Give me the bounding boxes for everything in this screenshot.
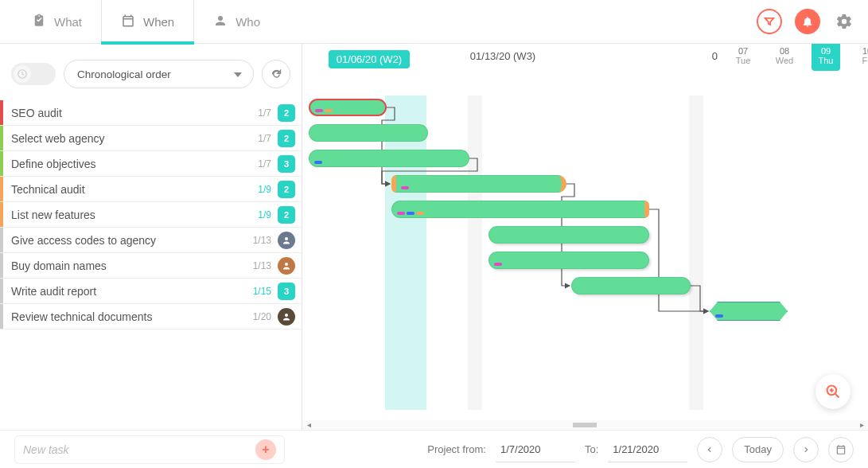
day-header: 09Thu <box>805 44 847 74</box>
assignee-avatar <box>278 257 295 275</box>
gantt-row <box>302 248 868 274</box>
bar-marker <box>314 161 322 164</box>
settings-button[interactable] <box>833 10 855 33</box>
task-row[interactable]: Define objectives1/73 <box>0 151 302 177</box>
project-to-input[interactable]: 1/21/2020 <box>608 437 687 462</box>
project-to-label: To: <box>585 443 598 455</box>
tab-who[interactable]: Who <box>194 0 279 44</box>
gantt-row <box>302 197 868 223</box>
day-header: 10Fri <box>847 44 868 74</box>
scroll-left-icon[interactable]: ◂ <box>304 420 313 430</box>
task-name: Give access codes to agency <box>3 234 251 247</box>
new-task-placeholder: New task <box>23 443 69 456</box>
bar-marker <box>494 263 502 266</box>
task-name: Technical audit <box>3 183 251 196</box>
task-row[interactable]: Buy domain names1/13 <box>0 253 302 279</box>
today-button[interactable]: Today <box>732 437 784 462</box>
task-name: Define objectives <box>3 158 251 170</box>
task-row[interactable]: Review technical documents1/20 <box>0 304 302 330</box>
bar-marker <box>401 186 409 189</box>
project-from-input[interactable]: 1/7/2020 <box>496 437 575 462</box>
task-list: SEO audit1/72Select web agency1/72Define… <box>0 100 302 430</box>
gantt-row <box>302 172 868 197</box>
scroll-right-icon[interactable]: ▸ <box>857 420 866 430</box>
topbar: What When Who <box>0 0 868 44</box>
gantt-bar[interactable] <box>391 175 566 193</box>
filter-button[interactable] <box>757 9 782 34</box>
gantt-bar[interactable] <box>710 302 788 321</box>
task-date: 1/13 <box>251 260 271 271</box>
task-row[interactable]: Give access codes to agency1/13 <box>0 228 302 253</box>
gantt-bar[interactable] <box>488 226 649 244</box>
task-count-badge: 2 <box>278 130 295 147</box>
project-from-label: Project from: <box>427 443 486 455</box>
gantt-row <box>302 121 868 146</box>
gantt-bar[interactable] <box>571 277 691 294</box>
sort-label: Chronological order <box>77 68 171 80</box>
tab-label: What <box>54 15 82 29</box>
calendar-icon <box>121 14 135 30</box>
task-date: 1/7 <box>251 158 271 170</box>
gantt-row <box>302 274 868 299</box>
gantt-row <box>302 299 868 325</box>
tab-label: When <box>143 15 174 29</box>
gantt-row <box>302 96 868 121</box>
task-row[interactable]: Select web agency1/72 <box>0 126 302 151</box>
bar-marker <box>397 212 405 215</box>
bar-marker <box>715 314 723 318</box>
task-count-badge: 2 <box>278 104 295 122</box>
prev-button[interactable] <box>697 437 722 462</box>
zoom-button[interactable] <box>815 374 850 409</box>
tab-label: Who <box>235 15 260 29</box>
task-name: Review technical documents <box>3 310 251 323</box>
gantt-bar[interactable] <box>391 201 649 218</box>
gantt-bar[interactable] <box>309 150 469 167</box>
task-row[interactable]: Technical audit1/92 <box>0 177 302 202</box>
gantt-row <box>302 223 868 248</box>
task-row[interactable]: SEO audit1/72 <box>0 100 302 126</box>
assignee-avatar <box>278 308 295 326</box>
task-date: 1/13 <box>251 235 271 246</box>
assignee-avatar <box>278 232 295 249</box>
horizontal-scrollbar[interactable]: ◂ ▸ <box>302 420 868 430</box>
week-label: 01/13/20 (W3) <box>470 50 535 62</box>
task-date: 1/7 <box>251 107 271 119</box>
week-label: 01/06/20 (W2) <box>329 50 410 68</box>
refresh-button[interactable] <box>262 60 290 88</box>
new-task-input[interactable]: New task + <box>14 435 285 464</box>
svg-point-4 <box>285 314 288 317</box>
gantt-bar[interactable] <box>309 124 428 142</box>
notifications-button[interactable] <box>795 9 820 34</box>
date-picker-button[interactable] <box>828 437 854 462</box>
gantt-bar[interactable] <box>488 252 649 269</box>
gantt-bar[interactable] <box>309 99 387 116</box>
add-task-button[interactable]: + <box>255 439 276 460</box>
bar-marker <box>315 109 323 112</box>
next-button[interactable] <box>793 437 819 462</box>
tab-when[interactable]: When <box>101 0 194 44</box>
task-date: 1/20 <box>251 311 271 322</box>
task-row[interactable]: Write audit report1/153 <box>0 279 302 304</box>
task-name: Buy domain names <box>3 259 251 272</box>
gantt-row <box>302 146 868 172</box>
task-sidebar: Chronological order SEO audit1/72Select … <box>0 44 302 430</box>
gantt-chart: 01/06/20 (W2)01/13/20 (W3)007Tue08Wed09T… <box>302 44 868 430</box>
tab-what[interactable]: What <box>13 0 101 44</box>
bar-marker <box>325 109 333 112</box>
svg-point-2 <box>285 237 288 240</box>
task-name: SEO audit <box>3 107 251 119</box>
task-row[interactable]: List new features1/92 <box>0 202 302 228</box>
day-header: 07Tue <box>722 44 764 74</box>
scroll-thumb[interactable] <box>573 423 597 427</box>
sort-dropdown[interactable]: Chronological order <box>64 60 254 88</box>
clipboard-icon <box>32 14 46 30</box>
task-name: Select web agency <box>3 132 251 145</box>
clock-icon <box>17 68 28 82</box>
task-count-badge: 2 <box>278 206 295 224</box>
footer-bar: New task + Project from: 1/7/2020 To: 1/… <box>0 430 868 468</box>
view-toggle[interactable] <box>11 63 56 85</box>
task-count-badge: 3 <box>278 283 295 300</box>
task-name: Write audit report <box>3 285 251 298</box>
task-count-badge: 2 <box>278 181 295 198</box>
svg-line-6 <box>835 394 839 398</box>
